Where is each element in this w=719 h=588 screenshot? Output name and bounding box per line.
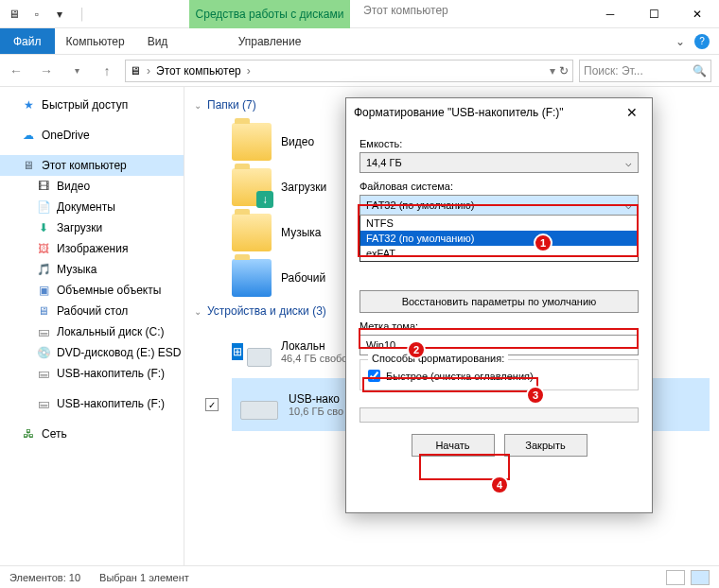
tab-view[interactable]: Вид	[136, 28, 180, 54]
view-switcher	[666, 570, 710, 585]
capacity-value: 14,4 ГБ	[366, 157, 402, 168]
dialog-close-button[interactable]: ✕	[620, 100, 644, 125]
forward-button[interactable]: →	[34, 59, 59, 83]
sidebar-label: DVD-дисковод (E:) ESD	[57, 346, 181, 359]
sidebar-item-music[interactable]: 🎵Музыка	[0, 259, 184, 280]
thispc-small-icon: 🖥	[130, 64, 141, 78]
folder-label: Видео	[281, 135, 314, 148]
search-input[interactable]: Поиск: Эт... 🔍	[579, 60, 711, 82]
fs-option-exfat[interactable]: exFAT	[360, 246, 638, 261]
minimize-button[interactable]: ─	[588, 0, 632, 28]
maximize-button[interactable]: ☐	[632, 0, 675, 28]
sidebar-item-quick-access[interactable]: ★Быстрый доступ	[0, 95, 184, 115]
folder-label: Рабочий	[281, 271, 325, 285]
qat-dropdown-icon[interactable]: ▾	[49, 4, 70, 25]
filesystem-label: Файловая система:	[360, 181, 639, 192]
close-button[interactable]: ✕	[675, 0, 719, 28]
sidebar-item-thispc[interactable]: 🖥Этот компьютер	[0, 155, 184, 176]
disk-icon	[239, 386, 279, 424]
sidebar-item-usb-f[interactable]: 🖴USB-накопитель (F:)	[0, 363, 184, 384]
filesystem-dropdown: NTFS FAT32 (по умолчанию) exFAT	[360, 216, 639, 262]
address-bar: ← → ▾ ↑ 🖥 › Этот компьютер › ▾ ↻ Поиск: …	[0, 55, 719, 87]
device-name: USB-нако	[289, 392, 343, 406]
desktop-icon: 🖥	[36, 303, 51, 319]
chevron-down-icon: ⌄	[194, 306, 202, 317]
sidebar-item-dvd-e[interactable]: 💿DVD-дисковод (E:) ESD	[0, 342, 184, 363]
sidebar-item-network[interactable]: 🖧Сеть	[0, 424, 184, 444]
addr-dropdown-icon[interactable]: ▾	[550, 64, 555, 78]
back-button[interactable]: ←	[4, 59, 28, 83]
sidebar-item-downloads[interactable]: ⬇Загрузки	[0, 217, 184, 238]
device-sub: 46,4 ГБ свобод	[281, 353, 354, 364]
capacity-select[interactable]: 14,4 ГБ⌵	[360, 152, 639, 173]
format-methods-group: Способы форматирования: Быстрое (очистка…	[360, 359, 639, 390]
star-icon: ★	[21, 97, 36, 112]
folder-icon	[232, 123, 272, 161]
up-button[interactable]: ↑	[95, 59, 119, 83]
window-title: Этот компьютер	[363, 4, 448, 17]
file-tab[interactable]: Файл	[0, 28, 55, 54]
folder-label: Музыка	[281, 226, 321, 239]
quick-access-toolbar: 🖥 ▫ ▾ │	[0, 4, 96, 25]
network-icon: 🖧	[21, 426, 36, 441]
details-view-icon[interactable]	[666, 570, 685, 585]
start-button[interactable]: Начать	[412, 434, 495, 457]
breadcrumb-item[interactable]: Этот компьютер	[156, 64, 241, 78]
usb-icon: 🖴	[36, 396, 51, 411]
group-header-label: Папки (7)	[207, 98, 256, 112]
sidebar-item-localdisk-c[interactable]: 🖴Локальный диск (C:)	[0, 321, 184, 342]
tab-manage[interactable]: Управление	[189, 28, 350, 55]
ribbon-collapse-icon[interactable]: ⌄	[675, 35, 685, 48]
close-dialog-button[interactable]: Закрыть	[504, 434, 587, 457]
device-checkbox[interactable]: ✓	[205, 398, 219, 411]
format-dialog: Форматирование "USB-накопитель (F:)" ✕ Е…	[345, 97, 653, 513]
quick-format-checkbox[interactable]	[368, 370, 380, 382]
sidebar-item-documents[interactable]: 📄Документы	[0, 197, 184, 217]
qat-icon[interactable]: ▫	[26, 4, 47, 25]
sidebar-item-pictures[interactable]: 🖼Изображения	[0, 238, 184, 259]
image-icon: 🖼	[36, 241, 51, 256]
pc-icon: 🖥	[21, 158, 36, 173]
folder-icon	[232, 259, 272, 297]
fs-option-fat32[interactable]: FAT32 (по умолчанию)	[360, 231, 638, 246]
breadcrumb[interactable]: 🖥 › Этот компьютер › ▾ ↻	[125, 60, 573, 82]
chevron-down-icon: ⌄	[194, 100, 202, 111]
sidebar-label: Загрузки	[57, 221, 102, 234]
download-overlay-icon: ↓	[256, 191, 273, 208]
sidebar-label: USB-накопитель (F:)	[57, 397, 165, 410]
restore-defaults-button[interactable]: Восстановить параметры по умолчанию	[360, 290, 639, 313]
sidebar-item-videos[interactable]: 🎞Видео	[0, 176, 184, 197]
sidebar: ★Быстрый доступ ☁OneDrive 🖥Этот компьюте…	[0, 87, 184, 565]
sidebar-item-onedrive[interactable]: ☁OneDrive	[0, 125, 184, 146]
tiles-view-icon[interactable]	[691, 570, 710, 585]
recent-button[interactable]: ▾	[64, 59, 89, 83]
filesystem-select[interactable]: FAT32 (по умолчанию)⌵	[360, 195, 639, 216]
disk-icon: 🖴	[36, 324, 51, 339]
thispc-icon[interactable]: 🖥	[4, 4, 25, 25]
tab-computer[interactable]: Компьютер	[55, 28, 136, 54]
sidebar-item-desktop[interactable]: 🖥Рабочий стол	[0, 301, 184, 321]
sidebar-label: USB-накопитель (F:)	[57, 367, 165, 380]
usb-icon: 🖴	[36, 366, 51, 381]
disk-icon: ⊞	[232, 333, 272, 371]
breadcrumb-sep-icon: ›	[247, 64, 251, 78]
sidebar-label: Быстрый доступ	[42, 98, 128, 112]
search-placeholder: Поиск: Эт...	[584, 64, 643, 78]
sidebar-item-usb-f-2[interactable]: 🖴USB-накопитель (F:)	[0, 393, 184, 414]
sidebar-item-3dobjects[interactable]: ▣Объемные объекты	[0, 280, 184, 301]
callout-badge-1: 1	[534, 233, 552, 252]
fs-option-ntfs[interactable]: NTFS	[360, 216, 638, 231]
format-progress	[360, 407, 639, 423]
ribbon: Файл Компьютер Вид Средства работы с дис…	[0, 28, 719, 55]
callout-badge-4: 4	[490, 476, 509, 494]
qat-separator: │	[72, 4, 93, 25]
ribbon-right: ⌄ ?	[675, 28, 719, 54]
sidebar-label: Локальный диск (C:)	[57, 325, 165, 338]
window-controls: ─ ☐ ✕	[588, 0, 719, 28]
help-icon[interactable]: ?	[694, 34, 710, 49]
refresh-icon[interactable]: ↻	[559, 64, 569, 78]
sidebar-label: Документы	[57, 200, 115, 214]
callout-badge-2: 2	[407, 340, 426, 359]
folder-icon	[232, 214, 272, 251]
contextual-tab-group: Средства работы с дисками Управление	[189, 0, 350, 55]
